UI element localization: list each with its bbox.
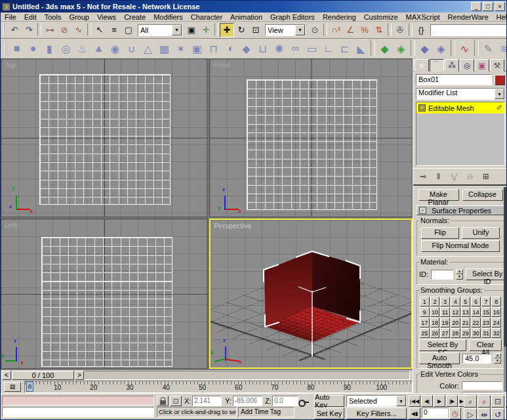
box-button[interactable]: ■: [9, 40, 25, 57]
modifier-stack[interactable]: + Editable Mesh ✐: [416, 102, 505, 166]
open-mini-curve-editor-button[interactable]: ▤: [4, 382, 21, 392]
key-mode-toggle[interactable]: ◀▮: [409, 408, 420, 419]
reference-coordinate-system-dropdown[interactable]: View ▼: [265, 24, 306, 36]
zoom-all-button[interactable]: ⌕: [477, 395, 491, 408]
menu-item[interactable]: Help: [493, 12, 507, 22]
menu-item[interactable]: Group: [65, 12, 93, 22]
menu-item[interactable]: Customize: [360, 12, 402, 22]
angle-snap-toggle-button[interactable]: ∠: [343, 23, 357, 37]
next-frame-arrow[interactable]: >: [75, 371, 84, 380]
remove-modifier-button[interactable]: ⊖: [463, 170, 477, 182]
auto-smooth-threshold-field[interactable]: 45.0: [462, 354, 491, 364]
select-by-id-button[interactable]: Select By ID: [466, 268, 507, 280]
time-configuration-button[interactable]: ◷: [449, 408, 461, 419]
smoothing-group-button[interactable]: 31: [481, 328, 491, 338]
menu-item[interactable]: Modifiers: [150, 12, 187, 22]
bones-button[interactable]: ∿: [456, 40, 473, 57]
zoom-button[interactable]: ⌕: [464, 395, 477, 408]
smoothing-group-button[interactable]: 1: [420, 297, 430, 306]
absolute-mode-toggle[interactable]: ⊡: [170, 396, 182, 406]
smoothing-group-button[interactable]: 22: [471, 318, 481, 327]
stack-item-editable-mesh[interactable]: + Editable Mesh ✐: [416, 102, 504, 114]
make-unique-button[interactable]: ⋁: [447, 170, 461, 182]
bone-tool-button[interactable]: ✎: [480, 40, 497, 57]
viewport-label[interactable]: Left: [5, 221, 16, 229]
y-coordinate-field[interactable]: -85.006: [233, 396, 262, 406]
track-bar-ruler[interactable]: 102030405060708090100 0: [24, 381, 413, 393]
menu-item[interactable]: Tools: [41, 12, 66, 22]
prism-button[interactable]: ◣: [353, 40, 369, 57]
zoom-extents-button[interactable]: ⊡: [491, 395, 504, 408]
undo-button[interactable]: ↶: [7, 23, 22, 37]
tab-create[interactable]: ✭: [415, 59, 429, 72]
viewport-label[interactable]: Top: [5, 61, 16, 69]
flip-normal-mode-button[interactable]: Flip Normal Mode: [421, 240, 500, 252]
menu-item[interactable]: Graph Editors: [266, 12, 319, 22]
viewport-front[interactable]: Front x z y: [209, 58, 413, 217]
window-crossing-toggle[interactable]: ▣: [184, 23, 199, 37]
add-time-tag[interactable]: Add Time Tag: [238, 407, 294, 417]
smoothing-group-button[interactable]: 21: [461, 318, 471, 327]
z-coordinate-field[interactable]: 0.0: [272, 396, 298, 406]
panel-scrollbar[interactable]: [504, 187, 507, 392]
oil-tank-button[interactable]: ⊓: [205, 40, 222, 57]
smoothing-group-button[interactable]: 29: [461, 328, 471, 338]
menu-item[interactable]: Edit: [20, 12, 41, 22]
smoothing-group-button[interactable]: 18: [430, 318, 440, 327]
field-of-view-button[interactable]: ▷: [464, 408, 477, 420]
menu-item[interactable]: Rendering: [319, 12, 360, 22]
selection-filter-dropdown[interactable]: All ▼: [138, 24, 182, 36]
chevron-down-icon[interactable]: ▼: [396, 396, 406, 406]
capsule-button[interactable]: ▭: [304, 40, 320, 57]
show-end-result-button[interactable]: ‖: [432, 170, 445, 182]
smoothing-group-button[interactable]: 17: [420, 318, 430, 327]
set-key-button[interactable]: Set Key: [314, 408, 344, 419]
minimize-button[interactable]: _: [471, 2, 481, 11]
smoothing-group-button[interactable]: 27: [440, 328, 450, 338]
cylinder-button[interactable]: ▮: [41, 40, 58, 57]
smoothing-group-button[interactable]: 20: [451, 318, 460, 327]
rectangular-selection-region-button[interactable]: ▢: [121, 23, 136, 37]
current-frame-field[interactable]: 0: [422, 408, 448, 418]
select-by-name-button[interactable]: ≡: [107, 23, 121, 37]
smoothing-group-button[interactable]: 2: [430, 297, 440, 306]
previous-frame-arrow[interactable]: <: [2, 371, 11, 380]
smoothing-group-button[interactable]: 12: [451, 307, 460, 317]
named-selection-sets-dropdown[interactable]: ▼: [430, 24, 507, 36]
plane-button[interactable]: ▦: [156, 40, 172, 57]
percent-snap-toggle-button[interactable]: %: [357, 23, 372, 37]
tri-patch-button[interactable]: ◈: [393, 40, 409, 57]
maxscript-mini-listener[interactable]: [2, 396, 154, 406]
viewport-top[interactable]: Top x y z: [1, 58, 208, 217]
smoothing-group-button[interactable]: 25: [420, 328, 430, 338]
select-and-link-button[interactable]: ⊶: [43, 23, 57, 37]
smoothing-group-button[interactable]: 3: [440, 297, 450, 306]
auto-smooth-spinner[interactable]: ▲▼: [494, 353, 501, 364]
clear-all-button[interactable]: Clear All: [469, 339, 502, 351]
flip-button[interactable]: Flip: [421, 227, 459, 239]
tube-button[interactable]: ∪: [123, 40, 140, 57]
tab-motion[interactable]: ◎: [460, 59, 474, 72]
box-wireframe[interactable]: [39, 74, 171, 205]
smoothing-group-button[interactable]: 8: [491, 297, 501, 306]
torus-knot-button[interactable]: ∞: [287, 40, 304, 57]
smoothing-group-button[interactable]: 30: [471, 328, 481, 338]
current-frame-marker[interactable]: 0: [26, 381, 33, 392]
smoothing-group-button[interactable]: 24: [491, 318, 501, 327]
make-planar-button[interactable]: Make Planar: [418, 189, 459, 201]
spring-button[interactable]: ≋: [497, 40, 507, 57]
smoothing-group-button[interactable]: 26: [430, 328, 440, 338]
arc-rotate-button[interactable]: ↺: [491, 408, 504, 420]
nurbs-cv-surface-button[interactable]: ◈: [433, 40, 449, 57]
tab-modify[interactable]: ⌒: [430, 59, 444, 72]
viewport-perspective[interactable]: Perspective z x y: [209, 219, 413, 369]
quad-patch-button[interactable]: ◆: [376, 40, 393, 57]
spindle-button[interactable]: ◆: [238, 40, 254, 57]
time-slider-handle[interactable]: 0 / 100: [12, 371, 74, 380]
pan-button[interactable]: ⇹: [477, 408, 491, 420]
viewport-label[interactable]: Perspective: [214, 222, 251, 230]
smoothing-group-button[interactable]: 6: [471, 297, 481, 306]
collapse-rollout-icon[interactable]: -: [419, 207, 426, 214]
material-id-field[interactable]: [431, 270, 453, 280]
unlink-selection-button[interactable]: ⊘: [57, 23, 71, 37]
